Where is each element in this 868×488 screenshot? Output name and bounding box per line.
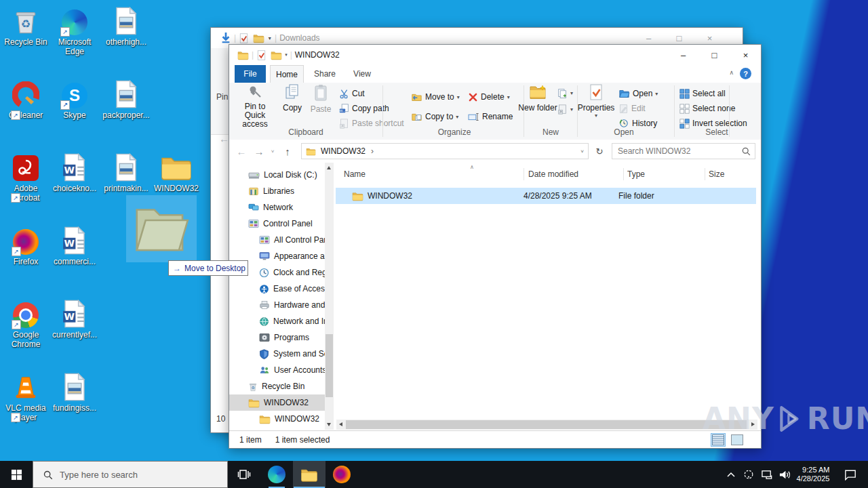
desktop-icon-ccleaner[interactable]: ↗ CCleaner <box>0 77 52 120</box>
breadcrumb-chevron[interactable]: › <box>371 146 374 156</box>
downloads-back-arrow[interactable]: ← <box>219 133 229 144</box>
taskbar-edge-button[interactable] <box>260 461 293 488</box>
select-all-button[interactable]: Select all <box>679 87 726 100</box>
tree-scrollbar[interactable] <box>325 163 334 430</box>
desktop-icon-skype[interactable]: S↗ Skype <box>49 77 100 120</box>
scroll-down-arrow[interactable] <box>327 423 331 426</box>
desktop-icon-google-chrome[interactable]: ↗ Google Chrome <box>0 297 52 349</box>
desktop-icon-otherhigh[interactable]: otherhigh... <box>100 4 152 47</box>
search-input[interactable]: Search WINDOW32 <box>612 143 755 159</box>
up-button[interactable]: ↑ <box>279 140 296 163</box>
easy-access-button[interactable]: ▾ <box>557 102 573 116</box>
paste-button[interactable]: Paste <box>307 84 335 126</box>
horizontal-scrollbar[interactable] <box>336 420 757 430</box>
back-button[interactable]: ← <box>233 140 250 163</box>
refresh-button[interactable]: ↻ <box>591 140 608 163</box>
desktop-icon-commerci[interactable]: commerci... <box>49 224 100 266</box>
forward-button[interactable]: → <box>251 140 267 163</box>
column-name[interactable]: Name <box>344 165 523 183</box>
properties-button[interactable]: Properties ▾ <box>576 84 616 126</box>
desktop-icon-choicekno[interactable]: choicekno... <box>49 150 100 193</box>
new-item-button[interactable]: ▾ <box>557 86 573 100</box>
tree-item-control-panel[interactable]: Control Panel <box>229 216 325 232</box>
tree-item-window32-selected[interactable]: WINDOW32 <box>229 394 325 411</box>
tree-item-libraries[interactable]: Libraries <box>229 183 325 199</box>
copy-to-button[interactable]: Copy to ▾ <box>411 110 458 123</box>
tree-item-ease-of-access[interactable]: Ease of Access <box>229 281 325 297</box>
taskbar-file-explorer-button[interactable] <box>293 461 326 488</box>
column-date-modified[interactable]: Date modified <box>528 165 622 183</box>
tab-share[interactable]: Share <box>307 65 342 83</box>
desktop-icon-adobe-acrobat[interactable]: ↗ Adobe Acrobat <box>0 150 52 203</box>
tree-item-user-accounts[interactable]: User Accounts <box>229 362 325 378</box>
desktop-icon-packproper[interactable]: packproper... <box>100 77 152 120</box>
address-breadcrumb[interactable]: WINDOW32 › ˅ <box>301 143 589 159</box>
tree-item-recycle-bin[interactable]: Recycle Bin <box>229 378 325 394</box>
taskbar-search-input[interactable]: Type here to search <box>33 461 228 488</box>
tree-item-window32-child[interactable]: WINDOW32 <box>229 411 325 427</box>
horizontal-scrollbar-thumb[interactable] <box>346 420 747 429</box>
desktop-icon-vlc[interactable]: ↗ VLC media player <box>0 370 52 422</box>
tree-item-all-control-panel[interactable]: All Control Par <box>229 232 325 248</box>
help-button[interactable]: ? <box>740 68 751 79</box>
tab-view[interactable]: View <box>347 65 378 83</box>
qat-caret[interactable]: ▼ <box>267 36 272 41</box>
tray-show-hidden-icons[interactable] <box>723 461 739 488</box>
pin-to-quick-access-button[interactable]: Pin to Quick access <box>233 84 277 126</box>
checkmark-doc-icon[interactable] <box>256 50 267 60</box>
tree-item-system-security[interactable]: System and Se <box>229 346 325 362</box>
recent-locations-dropdown[interactable]: ˅ <box>267 140 278 163</box>
scroll-up-arrow[interactable] <box>327 166 331 169</box>
delete-button[interactable]: Delete ▾ <box>468 90 510 104</box>
folder-icon[interactable] <box>253 33 264 43</box>
tree-item-network[interactable]: Network <box>229 199 325 216</box>
minimize-button[interactable]: – <box>668 45 698 65</box>
folder-icon <box>352 191 363 201</box>
close-button[interactable]: × <box>730 45 761 65</box>
tray-volume-icon[interactable] <box>776 461 793 488</box>
taskbar-firefox-button[interactable] <box>326 461 358 488</box>
rename-button[interactable]: Rename <box>468 110 513 123</box>
qat-caret[interactable]: ▾ <box>285 52 288 58</box>
tray-network-icon[interactable] <box>758 461 776 488</box>
column-size[interactable]: Size <box>709 165 751 183</box>
action-center-button[interactable] <box>838 461 863 488</box>
tab-home[interactable]: Home <box>270 65 304 83</box>
checkmark-doc-icon[interactable] <box>239 33 249 43</box>
tray-clock[interactable]: 9:25 AM 4/28/2025 <box>792 461 834 488</box>
ribbon-collapse-icon[interactable]: ∧ <box>729 69 734 76</box>
cut-button[interactable]: Cut <box>339 87 365 100</box>
folder-icon[interactable] <box>271 50 282 60</box>
search-icon[interactable] <box>741 146 751 156</box>
task-view-button[interactable] <box>228 461 260 488</box>
copy-button[interactable]: Copy <box>278 84 307 126</box>
tab-file[interactable]: File <box>235 65 266 83</box>
tree-item-local-disk[interactable]: Local Disk (C:) <box>229 167 325 183</box>
maximize-button[interactable]: □ <box>699 45 730 65</box>
new-folder-button[interactable]: New folder <box>517 84 559 126</box>
desktop-icon-recycle-bin[interactable]: Recycle Bin <box>0 4 52 47</box>
tray-agent-icon[interactable] <box>741 461 757 488</box>
tree-item-programs[interactable]: Programs <box>229 329 325 346</box>
tree-item-hardware-sound[interactable]: Hardware and <box>229 297 325 313</box>
column-type[interactable]: Type <box>627 165 703 183</box>
scroll-left-arrow[interactable] <box>339 422 342 426</box>
move-to-button[interactable]: Move to ▾ <box>411 90 460 104</box>
edit-button[interactable]: Edit <box>618 102 646 115</box>
desktop-icon-firefox[interactable]: ↗ Firefox <box>0 224 52 266</box>
tree-item-network-internet[interactable]: Network and Ir <box>229 313 325 329</box>
explorer-window[interactable]: | ▾ | WINDOW32 – □ × File Home Share Vie… <box>229 44 762 449</box>
desktop-icon-window32-folder[interactable]: WINDOW32 <box>151 150 202 193</box>
desktop-icon-currentlyef[interactable]: currentlyef... <box>49 297 100 340</box>
desktop-icon-fundingiss[interactable]: fundingiss... <box>49 370 100 413</box>
open-button[interactable]: Open ▾ <box>618 87 658 100</box>
copy-path-button[interactable]: Copy path <box>339 102 389 115</box>
address-dropdown[interactable]: ˅ <box>580 148 584 155</box>
file-row-window32[interactable]: WINDOW32 4/28/2025 9:25 AM File folder <box>336 188 756 204</box>
select-none-button[interactable]: Select none <box>679 102 735 115</box>
desktop-icon-microsoft-edge[interactable]: ↗ Microsoft Edge <box>49 4 100 56</box>
breadcrumb-path[interactable]: WINDOW32 <box>321 146 366 156</box>
start-button[interactable] <box>0 461 33 488</box>
desktop-icon-printmakin[interactable]: printmakin... <box>100 150 152 193</box>
tree-scrollbar-thumb[interactable] <box>326 334 333 397</box>
